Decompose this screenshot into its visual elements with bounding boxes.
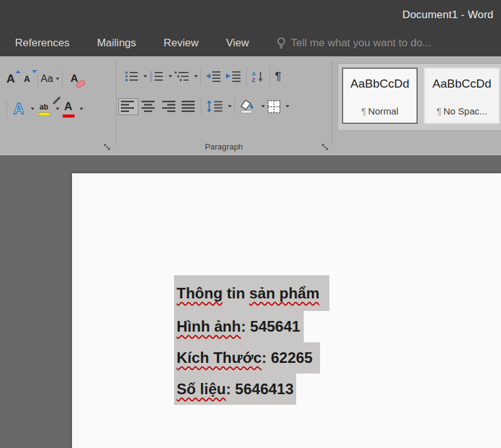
bulleted-list-icon: [125, 71, 138, 82]
font-group: A A Aa A A ab: [0, 56, 116, 155]
paint-bucket-icon: [240, 99, 256, 113]
selected-text-block: Thông tin sản phẩmHình ảnh: 545641Kích T…: [174, 275, 329, 405]
decrease-indent-icon: [206, 71, 221, 82]
style-name: ¶Normal: [361, 106, 398, 116]
svg-text:3: 3: [150, 78, 152, 83]
lightbulb-icon: [277, 37, 286, 49]
document-paragraph[interactable]: Số liệu: 5646413: [174, 374, 296, 405]
style-name: ¶No Spac...: [436, 106, 487, 116]
pilcrow-icon: ¶: [361, 106, 366, 116]
bullets-button[interactable]: [122, 68, 141, 84]
change-case-button[interactable]: Aa: [41, 73, 59, 84]
separator: [269, 67, 270, 86]
multilevel-list-button[interactable]: [172, 68, 192, 84]
align-right-icon: [161, 101, 176, 113]
justify-icon: [181, 101, 196, 113]
tab-review[interactable]: Review: [163, 37, 199, 49]
misspelled-word: Hình ảnh: [177, 318, 241, 335]
text-segment: : 62265: [262, 349, 312, 366]
clear-formatting-button[interactable]: A: [65, 69, 84, 88]
window-title: Document1 - Word: [402, 9, 493, 21]
line-spacing-button[interactable]: [204, 98, 225, 115]
misspelled-word: Số liệu: [177, 380, 226, 397]
font-color-button[interactable]: A: [59, 98, 77, 120]
separator: [201, 97, 202, 116]
separator: [200, 67, 201, 86]
text-highlight-color-button[interactable]: ab: [34, 98, 53, 120]
separator: [246, 67, 247, 86]
document-paragraph[interactable]: Hình ảnh: 545641: [174, 311, 304, 342]
document-workspace: Thông tin sản phẩmHình ảnh: 545641Kích T…: [0, 155, 501, 448]
text-segment: : 5646413: [226, 380, 294, 397]
chevron-down-icon[interactable]: [228, 105, 232, 108]
tell-me-box[interactable]: Tell me what you want to do...: [277, 37, 431, 49]
styles-gallery: AaBbCcDd ¶Normal AaBbCcDd ¶No Spac...: [338, 63, 501, 131]
shading-button[interactable]: [237, 97, 259, 116]
document-paragraph[interactable]: Kích Thước: 62265: [174, 342, 320, 374]
chevron-down-icon[interactable]: [80, 108, 83, 110]
separator: [6, 99, 7, 118]
borders-grid-icon: [267, 100, 281, 113]
align-center-button[interactable]: [138, 98, 158, 115]
separator: [62, 69, 63, 88]
align-right-button[interactable]: [158, 98, 178, 115]
style-preview-text: AaBbCcDd: [351, 77, 410, 91]
align-center-icon: [141, 101, 156, 113]
text-effects-button[interactable]: A: [9, 98, 28, 120]
increase-indent-icon: [226, 71, 241, 82]
chevron-down-icon[interactable]: [286, 105, 289, 108]
show-hide-formatting-button[interactable]: ¶: [272, 67, 284, 86]
styles-group: AaBbCcDd ¶Normal AaBbCcDd ¶No Spac...: [332, 56, 501, 155]
ribbon-home-panel: A A Aa A A ab: [0, 56, 501, 155]
svg-text:Z: Z: [252, 77, 256, 83]
borders-button[interactable]: [265, 98, 283, 116]
paragraph-group: 1 2 3: [116, 56, 332, 155]
numbering-button[interactable]: 1 2 3: [147, 68, 166, 84]
chevron-down-icon: [56, 78, 59, 80]
document-page[interactable]: Thông tin sản phẩmHình ảnh: 545641Kích T…: [72, 173, 501, 448]
misspelled-word: Kích Thước: [177, 349, 262, 366]
separator: [38, 69, 38, 88]
sort-icon: A Z: [252, 71, 264, 83]
text-segment: : 545641: [241, 318, 301, 335]
document-paragraph[interactable]: Thông tin sản phẩm: [174, 275, 329, 311]
misspelled-word: sản phẩm: [249, 285, 319, 302]
highlight-color-swatch: [38, 113, 50, 116]
align-left-button[interactable]: [118, 98, 138, 115]
style-preview-text: AaBbCcDd: [433, 77, 492, 91]
text-segment: tin: [222, 285, 249, 302]
misspelled-word: Thông: [177, 285, 222, 302]
justify-button[interactable]: [178, 98, 199, 115]
shrink-font-arrow-icon: [32, 70, 37, 73]
paragraph-group-label: Paragraph: [116, 142, 332, 151]
paragraph-dialog-launcher[interactable]: [322, 144, 329, 151]
titlebar: Document1 - Word: [0, 0, 501, 30]
tab-references[interactable]: References: [15, 37, 70, 49]
chevron-down-icon[interactable]: [194, 75, 198, 78]
font-dialog-launcher[interactable]: [104, 144, 111, 151]
pilcrow-icon: ¶: [275, 69, 281, 83]
separator: [234, 97, 235, 116]
pilcrow-icon: ¶: [436, 106, 442, 116]
align-left-icon: [121, 101, 136, 113]
tell-me-label: Tell me what you want to do...: [291, 37, 431, 49]
multilevel-list-icon: [175, 71, 189, 82]
font-color-swatch: [63, 115, 75, 118]
style-card-no-spacing[interactable]: AaBbCcDd ¶No Spac...: [424, 68, 500, 124]
line-spacing-icon: [207, 100, 223, 113]
decrease-indent-button[interactable]: [204, 68, 224, 84]
ribbon-tab-bar: References Mailings Review View Tell me …: [0, 30, 501, 56]
tab-mailings[interactable]: Mailings: [97, 37, 136, 49]
numbered-list-icon: 1 2 3: [150, 71, 163, 82]
style-card-normal[interactable]: AaBbCcDd ¶Normal: [342, 68, 418, 124]
grow-font-button[interactable]: A: [3, 69, 19, 88]
shrink-font-button[interactable]: A: [19, 69, 35, 88]
increase-indent-button[interactable]: [224, 68, 244, 84]
svg-text:A: A: [252, 71, 256, 77]
tab-view[interactable]: View: [226, 37, 249, 49]
sort-button[interactable]: A Z: [249, 68, 267, 85]
